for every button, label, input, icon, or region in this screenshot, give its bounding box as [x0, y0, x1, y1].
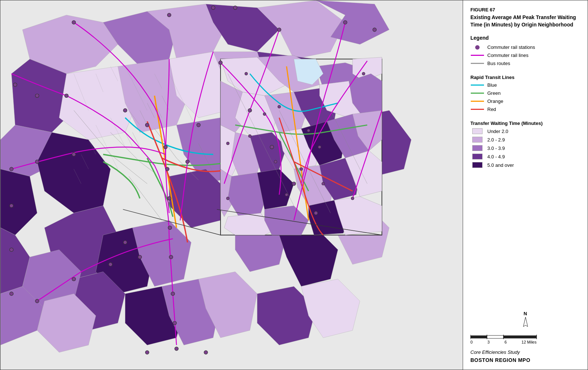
- scale-bar-labels: 0 3 6 12 Miles: [470, 340, 537, 344]
- legend-item-stations: Commuter rail stations: [470, 44, 580, 50]
- svg-point-183: [10, 292, 13, 295]
- red-line-symbol: [470, 109, 484, 110]
- green-line-symbol: [470, 93, 484, 94]
- transfer-heading: Transfer Waiting Time (Minutes): [470, 121, 580, 126]
- svg-point-182: [10, 248, 13, 252]
- orange-line-label: Orange: [487, 98, 503, 104]
- legend-heading: Legend: [470, 35, 580, 41]
- svg-point-155: [35, 94, 39, 97]
- under-2-label: Under 2.0: [487, 129, 508, 134]
- svg-point-120: [300, 168, 303, 170]
- svg-point-179: [292, 182, 296, 186]
- svg-point-130: [226, 197, 229, 200]
- scale-0: 0: [470, 340, 473, 344]
- svg-point-129: [226, 142, 229, 145]
- 3-3.9-symbol: [470, 145, 484, 151]
- legend-item-green-line: Green: [470, 90, 580, 96]
- svg-point-174: [186, 160, 189, 164]
- scale-12: 12 Miles: [521, 340, 537, 344]
- red-line-line-icon: [471, 109, 484, 110]
- blue-line-line-icon: [471, 85, 484, 86]
- figure-title: Existing Average AM Peak Transfer Waitin…: [470, 14, 580, 28]
- 5-over-label: 5.0 and over: [487, 162, 514, 168]
- north-arrow-icon: [520, 316, 531, 330]
- 3-3.9-label: 3.0 - 3.9: [487, 146, 505, 151]
- svg-point-180: [314, 211, 318, 215]
- 4-4.9-label: 4.0 - 4.9: [487, 154, 505, 159]
- 5-over-swatch-icon: [472, 162, 483, 168]
- legend-section: Legend Commuter rail stations Commuter r…: [470, 35, 580, 69]
- svg-point-175: [197, 123, 200, 127]
- svg-point-159: [164, 145, 167, 149]
- svg-marker-190: [523, 317, 528, 327]
- svg-point-185: [145, 351, 149, 354]
- svg-point-147: [72, 21, 76, 24]
- rapid-transit-heading: Rapid Transit Lines: [470, 75, 580, 80]
- legend-item-3-3.9: 3.0 - 3.9: [470, 145, 580, 151]
- svg-point-156: [65, 94, 68, 97]
- svg-point-162: [168, 226, 172, 230]
- 4-4.9-swatch-icon: [472, 154, 483, 159]
- north-label: N: [524, 311, 527, 316]
- svg-point-127: [245, 72, 248, 75]
- scale-bar-area: N 0 3 6 12 Miles: [470, 307, 580, 363]
- svg-rect-193: [503, 335, 537, 338]
- bus-routes-label: Bus routes: [487, 61, 510, 66]
- under-2-symbol: [470, 128, 484, 134]
- svg-point-163: [169, 255, 173, 259]
- svg-point-166: [175, 347, 178, 351]
- legend-item-under-2: Under 2.0: [470, 128, 580, 134]
- svg-point-151: [277, 28, 281, 32]
- transfer-items: Under 2.0 2.0 - 2.9 3.0 - 3.9 4.0 - 4.9 …: [470, 128, 580, 168]
- orange-line-symbol: [470, 101, 484, 102]
- svg-point-169: [72, 152, 76, 156]
- legend-item-4-4.9: 4.0 - 4.9: [470, 154, 580, 159]
- svg-point-181: [10, 204, 13, 208]
- green-line-line-icon: [471, 93, 484, 94]
- svg-point-172: [109, 263, 112, 266]
- study-label: Core Efficiencies Study: [470, 349, 580, 355]
- svg-point-125: [322, 182, 325, 185]
- svg-point-178: [270, 145, 274, 149]
- scale-3: 3: [487, 340, 490, 344]
- legend-panel: FIGURE 67 Existing Average AM Peak Trans…: [463, 0, 588, 370]
- svg-point-149: [211, 6, 215, 10]
- svg-point-154: [13, 83, 17, 87]
- legend-item-blue-line: Blue: [470, 82, 580, 88]
- legend-item-bus: Bus routes: [470, 61, 580, 66]
- scale-bar-graphic: [470, 333, 544, 340]
- svg-point-173: [138, 255, 142, 259]
- svg-point-123: [274, 160, 277, 163]
- svg-point-150: [233, 6, 237, 10]
- svg-point-128: [362, 72, 365, 75]
- svg-rect-192: [487, 335, 503, 338]
- scale-bar: 0 3 6 12 Miles: [470, 333, 580, 344]
- 2-2.9-label: 2.0 - 2.9: [487, 137, 505, 143]
- svg-point-118: [307, 129, 310, 132]
- station-dot-icon: [475, 45, 480, 50]
- svg-point-186: [204, 351, 208, 354]
- svg-point-171: [72, 277, 76, 281]
- svg-point-165: [173, 321, 176, 325]
- svg-point-119: [318, 146, 321, 148]
- red-line-label: Red: [487, 107, 496, 112]
- 2-2.9-swatch-icon: [472, 137, 483, 143]
- commuter-line-symbol: [470, 55, 484, 56]
- legend-item-2-2.9: 2.0 - 2.9: [470, 137, 580, 143]
- scale-6: 6: [505, 340, 507, 344]
- green-line-label: Green: [487, 90, 501, 96]
- svg-point-122: [248, 134, 251, 137]
- svg-point-161: [167, 197, 171, 200]
- orange-line-line-icon: [471, 101, 484, 102]
- svg-point-177: [248, 108, 252, 112]
- under-2-swatch-icon: [472, 128, 483, 134]
- rapid-transit-section: Rapid Transit Lines Blue Green Orange Re…: [470, 73, 580, 115]
- rapid-transit-items: Blue Green Orange Red: [470, 82, 580, 112]
- svg-rect-191: [470, 335, 487, 338]
- svg-point-176: [219, 61, 222, 65]
- legend-item-rail-lines: Commuter rail lines: [470, 53, 580, 58]
- svg-point-158: [145, 123, 149, 127]
- figure-number: FIGURE 67: [470, 7, 580, 12]
- svg-point-152: [343, 21, 347, 24]
- blue-line-symbol: [470, 85, 484, 86]
